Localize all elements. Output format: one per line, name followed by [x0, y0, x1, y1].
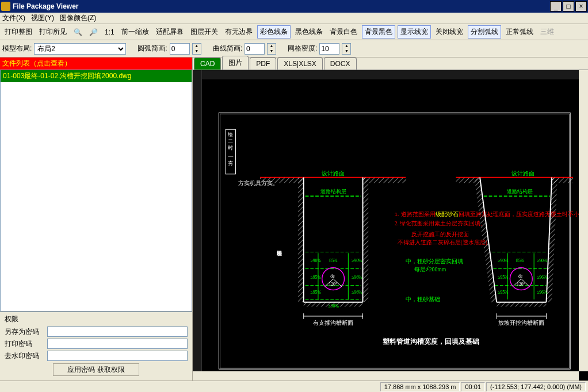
arc-label: 圆弧简画:: [138, 44, 167, 53]
status-size: 17.868 mm x 1088.293 m: [380, 382, 460, 391]
fit-screen-button[interactable]: 适配屏幕: [154, 26, 186, 38]
svg-text:中，粗砂基础: 中，粗砂基础: [406, 296, 440, 302]
apply-button[interactable]: 应用密码 获取权限: [53, 363, 139, 376]
cad-drawing: 绘 二 时 — 夯 方实机具方实。 设计路面: [202, 79, 579, 371]
status-coord: (-112.553; 177.442; 0.000) (MM): [486, 382, 586, 391]
border-button[interactable]: 有无边界: [223, 26, 255, 38]
svg-text:设计路面: 设计路面: [511, 170, 534, 176]
svg-text:≥95%: ≥95%: [310, 275, 321, 280]
watermark-label: 去水印密码: [5, 351, 45, 361]
svg-text:不得进入道路二灰碎石层(透水底层): 不得进入道路二灰碎石层(透水底层): [398, 239, 487, 246]
vertical-ruler: [193, 70, 202, 371]
svg-text:≥96%: ≥96%: [352, 290, 362, 295]
file-list[interactable]: 01-003最终-01-02.沟槽开挖回填2000.dwg: [0, 70, 192, 312]
svg-text:≥95%: ≥95%: [498, 290, 509, 295]
window-title: File Package Viewer: [13, 2, 550, 10]
svg-text:85%: 85%: [516, 258, 525, 263]
arc-input[interactable]: [170, 43, 190, 55]
svg-text:道路结构层: 道路结构层: [507, 189, 533, 194]
svg-rect-1: [219, 113, 570, 369]
curve-spinner[interactable]: ▲▼: [267, 43, 276, 55]
grid-spinner[interactable]: ▲▼: [342, 43, 351, 55]
svg-text:120°: 120°: [517, 282, 525, 287]
app-icon: [1, 2, 10, 11]
svg-text:≥90%: ≥90%: [498, 258, 509, 263]
svg-text:每层≯200mm: 每层≯200mm: [414, 266, 446, 272]
bg-black-button[interactable]: 背景黑色: [362, 25, 395, 39]
curve-input[interactable]: [245, 43, 265, 55]
layout-label: 模型布局:: [2, 44, 32, 53]
print-label: 打印密码: [5, 339, 45, 349]
svg-text:反开挖施工的反开挖面: 反开挖施工的反开挖面: [411, 231, 469, 237]
svg-text:≥90%: ≥90%: [352, 258, 362, 263]
menu-color[interactable]: 图像颜色(Z): [60, 13, 96, 23]
svg-text:120°: 120°: [329, 282, 337, 287]
zoom-in-icon[interactable]: 🔎: [87, 27, 100, 37]
svg-text:85%: 85%: [329, 258, 338, 263]
print-all-button[interactable]: 打印整图: [2, 26, 35, 38]
bg-white-button[interactable]: 背景白色: [327, 26, 360, 38]
svg-text:2. 绿化范围采用素土分层夯实回填。: 2. 绿化范围采用素土分层夯实回填。: [395, 220, 487, 226]
file-list-header: 文件列表（点击查看）: [0, 57, 192, 70]
tab-cad[interactable]: CAD: [194, 57, 221, 70]
arc-spinner[interactable]: ▲▼: [192, 43, 201, 55]
svg-text:≥96%: ≥96%: [537, 275, 548, 280]
perm-group-label: 权限: [5, 314, 188, 324]
svg-text:de: de: [330, 274, 335, 279]
svg-text:设计路面: 设计路面: [322, 170, 345, 176]
prev-zoom-button[interactable]: 前一缩放: [119, 26, 151, 38]
svg-text:—: —: [227, 153, 233, 159]
svg-text:塑料管道沟槽宽度，回填及基础: 塑料管道沟槽宽度，回填及基础: [382, 337, 479, 345]
svg-text:有支撑沟槽断面: 有支撑沟槽断面: [313, 320, 353, 326]
layout-select[interactable]: 布局2: [34, 43, 126, 55]
close-button[interactable]: ×: [575, 1, 587, 11]
grid-label: 网格密度:: [288, 44, 317, 53]
svg-marker-62: [546, 178, 557, 302]
curve-label: 曲线简画:: [213, 44, 242, 53]
horizontal-scrollbar[interactable]: [193, 371, 579, 381]
watermark-input[interactable]: [47, 351, 188, 361]
svg-rect-10: [260, 178, 304, 183]
svg-rect-63: [497, 302, 546, 307]
tab-pdf[interactable]: PDF: [250, 57, 276, 70]
saveas-label: 另存为密码: [5, 327, 45, 337]
status-time: 00:01: [461, 382, 485, 391]
file-item[interactable]: 01-003最终-01-02.沟槽开挖回填2000.dwg: [1, 70, 192, 82]
menu-file[interactable]: 文件(X): [2, 13, 25, 23]
svg-rect-2: [220, 114, 569, 368]
svg-text:≥96%: ≥96%: [537, 290, 548, 295]
tab-xls[interactable]: XLS|XLSX: [277, 57, 322, 70]
svg-text:≥95%: ≥95%: [498, 275, 509, 280]
tab-pic[interactable]: 图片: [222, 56, 249, 70]
layer-button[interactable]: 图层开关: [188, 26, 220, 38]
zoom-out-icon[interactable]: 🔍: [71, 27, 85, 37]
show-lw-button[interactable]: 显示线宽: [398, 25, 431, 39]
black-line-button[interactable]: 黑色线条: [293, 26, 325, 38]
svg-text:放坡开挖沟槽断面: 放坡开挖沟槽断面: [498, 320, 544, 326]
close-lw-button[interactable]: 关闭线宽: [433, 26, 465, 38]
svg-text:≥90%: ≥90%: [328, 303, 339, 309]
print-input[interactable]: [47, 339, 188, 349]
print-view-button[interactable]: 打印所见: [37, 26, 69, 38]
ratio-button[interactable]: 1:1: [102, 27, 117, 37]
menu-view[interactable]: 视图(Y): [31, 13, 54, 23]
vertical-scrollbar[interactable]: [579, 70, 588, 371]
seg-arc-button[interactable]: 分割弧线: [468, 25, 501, 39]
svg-text:≥95%: ≥95%: [310, 290, 321, 295]
saveas-input[interactable]: [47, 326, 188, 337]
svg-text:≥90%: ≥90%: [537, 258, 548, 263]
svg-text:中，粗砂分层密实回填: 中，粗砂分层密实回填: [406, 258, 463, 264]
svg-text:de: de: [518, 274, 523, 279]
color-line-button[interactable]: 彩色线条: [257, 25, 291, 39]
svg-text:二: 二: [228, 139, 233, 144]
grid-input[interactable]: [319, 43, 339, 55]
svg-text:结构层回填: 结构层回填: [276, 251, 281, 256]
svg-rect-17: [298, 178, 304, 302]
norm-arc-button[interactable]: 正常弧线: [503, 26, 536, 38]
maximize-button[interactable]: □: [563, 1, 574, 11]
cad-view[interactable]: 绘 二 时 — 夯 方实机具方实。 设计路面: [193, 70, 588, 381]
minimize-button[interactable]: _: [550, 1, 562, 11]
tab-doc[interactable]: DOCX: [324, 57, 357, 70]
svg-text:≥96%: ≥96%: [352, 275, 362, 280]
three-d-button[interactable]: 三维: [538, 26, 556, 38]
